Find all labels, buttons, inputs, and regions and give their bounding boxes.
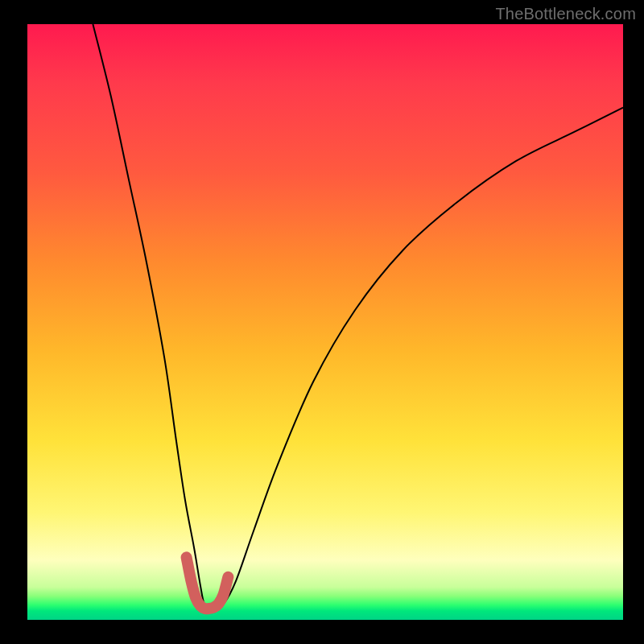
watermark-text: TheBottleneck.com — [495, 5, 636, 23]
chart-svg — [27, 24, 623, 620]
bottleneck-curve — [93, 24, 623, 606]
chart-frame: TheBottleneck.com — [0, 0, 644, 644]
plot-area — [27, 24, 623, 620]
optimal-range-marker — [187, 557, 229, 609]
